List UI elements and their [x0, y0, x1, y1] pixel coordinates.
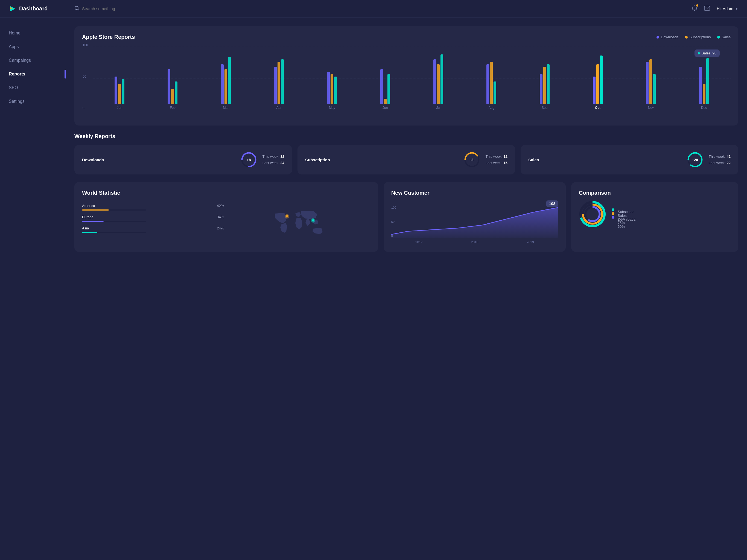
legend-dot-sales: [717, 36, 720, 39]
weekly-stats: This week: 42 Last week: 22: [709, 153, 730, 166]
notification-dot: [696, 4, 698, 6]
search-area: [74, 6, 211, 12]
region-bar-fill: [82, 232, 97, 233]
month-group-mar: Mar: [221, 57, 231, 110]
new-customer-chart: 108: [391, 200, 558, 244]
month-group-may: May: [327, 72, 337, 110]
legend-label-subscriptions: Subscriptions: [689, 35, 711, 39]
comparison-card: Comparison: [571, 182, 738, 252]
main-content: Apple Store Reports Downloads Subscripti…: [66, 18, 747, 560]
chart-header: Apple Store Reports Downloads Subscripti…: [82, 34, 730, 40]
region-pct: 24%: [217, 226, 224, 230]
mail-icon[interactable]: [704, 6, 710, 12]
ring-value: +8: [247, 158, 251, 162]
month-group-dec: Dec: [699, 58, 709, 110]
sidebar: Home Apps Campaings Reports SEO Settings: [0, 18, 66, 560]
month-group-sep: Sep: [540, 64, 549, 110]
month-group-feb: Feb: [168, 69, 177, 110]
chart-legend: Downloads Subscriptions Sales: [656, 35, 730, 39]
new-customer-card: New Customer 108: [384, 182, 566, 252]
sidebar-item-home[interactable]: Home: [0, 26, 66, 40]
bar: [653, 74, 656, 104]
legend-sales: Sales: [717, 35, 730, 39]
bar: [649, 59, 652, 104]
bar: [543, 67, 546, 104]
region-bars: America 42% Europe 34% Asia 24%: [82, 204, 224, 244]
bar: [171, 89, 174, 104]
month-group-jun: Jun: [380, 69, 390, 110]
ring-value: +20: [692, 158, 698, 162]
world-statistic-card: World Statistic America 42% Europe 34% A…: [74, 182, 378, 252]
sidebar-item-reports[interactable]: Reports: [0, 67, 66, 81]
bar: [281, 59, 284, 104]
sidebar-item-campaigns[interactable]: Campaings: [0, 54, 66, 67]
region-item-asia: Asia 24%: [82, 226, 224, 233]
region-pct: 42%: [217, 204, 224, 208]
tooltip-text: Sales: 98: [702, 51, 716, 55]
comparison-legend: Subscribe: 70%Sales: 75%Downloads: 60%: [612, 208, 622, 220]
bar: [493, 81, 496, 104]
weekly-grid: Downloads +8 This week: 32 Last week: 24…: [74, 145, 738, 175]
bar: [596, 64, 599, 104]
bar: [274, 67, 277, 104]
bar: [699, 67, 702, 104]
region-bar-fill: [82, 209, 109, 210]
nc-y-labels: 100 50 0: [391, 206, 396, 238]
ring-container: +20: [687, 152, 703, 168]
month-label: May: [329, 104, 335, 110]
user-greeting[interactable]: Hi, Adam ▼: [717, 6, 738, 11]
ring-container: +8: [241, 152, 257, 168]
legend-downloads: Downloads: [656, 35, 678, 39]
bar: [540, 74, 542, 104]
month-bars: [327, 72, 337, 104]
bottom-grid: World Statistic America 42% Europe 34% A…: [74, 182, 738, 259]
notification-icon[interactable]: [692, 5, 697, 12]
month-label: Mar: [223, 104, 229, 110]
sidebar-item-seo[interactable]: SEO: [0, 81, 66, 95]
region-name: Asia: [82, 226, 89, 230]
this-week: This week: 32: [262, 153, 284, 160]
layout: Home Apps Campaings Reports SEO Settings…: [0, 18, 747, 560]
svg-point-12: [286, 215, 288, 218]
nc-area: [391, 206, 558, 238]
nc-y-0: 0: [391, 234, 396, 238]
legend-text: Subscribe: 70%: [618, 208, 620, 211]
grid-label-100: 100: [83, 43, 88, 47]
month-label: Aug: [489, 104, 494, 110]
user-name: Hi, Adam: [717, 6, 733, 11]
nc-x-2018: 2018: [471, 240, 479, 244]
bar-chart: Sales: 98 100 50 0 JanFebMarAprMayJunJul…: [82, 47, 730, 118]
bar: [440, 54, 443, 104]
month-bars: [114, 77, 124, 104]
month-group-nov: Nov: [646, 59, 656, 110]
bar: [327, 72, 330, 104]
region-name: Europe: [82, 215, 94, 219]
sidebar-item-settings[interactable]: Settings: [0, 95, 66, 108]
logo-icon: [9, 5, 17, 12]
nc-chart-svg: [391, 206, 558, 238]
bar: [486, 64, 489, 104]
grid-label-0: 0: [83, 106, 84, 110]
nc-y-100: 100: [391, 206, 396, 209]
region-bar-track: [82, 232, 146, 233]
legend-dot: [612, 208, 614, 211]
bar: [437, 64, 440, 104]
search-icon: [74, 6, 79, 12]
comparison-title: Comparison: [579, 190, 611, 196]
sidebar-label-seo: SEO: [9, 85, 18, 90]
weekly-stats: This week: 12 Last week: 15: [486, 153, 508, 166]
region-name: America: [82, 204, 95, 208]
weekly-section: Weekly Reports Downloads +8 This week: 3…: [74, 133, 738, 175]
month-group-jul: Jul: [433, 54, 443, 110]
bar: [703, 84, 705, 104]
comparison-legend-item: Subscribe: 70%: [612, 208, 622, 211]
sidebar-label-apps: Apps: [9, 44, 19, 49]
month-bars: [646, 59, 656, 104]
bars-container: JanFebMarAprMayJunJulAugSepOctNovDec: [93, 47, 730, 110]
month-bars: [433, 54, 443, 104]
search-input[interactable]: [82, 6, 211, 11]
legend-label-downloads: Downloads: [661, 35, 678, 39]
sidebar-item-apps[interactable]: Apps: [0, 40, 66, 54]
nc-x-2017: 2017: [415, 240, 423, 244]
bar: [593, 77, 595, 104]
